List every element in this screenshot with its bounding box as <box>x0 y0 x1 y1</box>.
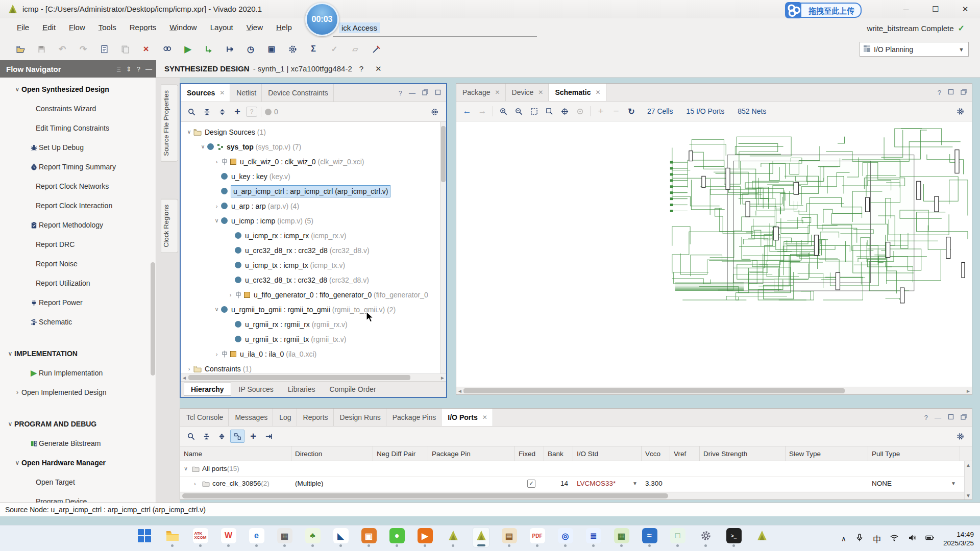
quick-access-label[interactable]: ick Access <box>339 22 380 33</box>
taskbar-edge-browser[interactable]: e <box>248 527 265 547</box>
column-header-package-pin[interactable]: Package Pin <box>428 446 515 461</box>
sources-horizontal-scrollbar[interactable]: ◄► <box>181 373 446 381</box>
taskbar-start-button[interactable] <box>136 527 153 547</box>
tree-row[interactable]: ›Constraints (1) <box>181 361 446 373</box>
flownav-item-program-and-debug[interactable]: ∨PROGRAM AND DEBUG <box>0 414 156 434</box>
taskbar-waves-app[interactable]: ≈ <box>641 527 658 547</box>
group-by-interface-icon[interactable] <box>230 430 244 443</box>
tray-chevron-up-icon[interactable]: ∧ <box>841 535 846 543</box>
elaborate-icon[interactable] <box>224 43 236 55</box>
tree-row[interactable]: u_rgmii_tx : rgmii_tx (rgmii_tx.v) <box>181 332 446 346</box>
sources-view-compile-order[interactable]: Compile Order <box>323 383 383 395</box>
settings-gear-icon[interactable] <box>428 106 441 118</box>
expand-all-icon[interactable] <box>215 430 228 442</box>
taskbar-clock[interactable]: 14:49 2025/3/25 <box>943 530 974 547</box>
close-button[interactable]: ✕ <box>950 0 980 18</box>
settings-icon[interactable] <box>286 43 299 55</box>
minimize-panel-icon[interactable]: ― <box>145 65 152 73</box>
panel-sq-icon[interactable] <box>948 414 954 421</box>
tab-source-file-properties[interactable]: Source File Properties <box>161 85 178 162</box>
taskbar-vivado-active[interactable] <box>473 527 489 547</box>
panel-help-icon[interactable]: ? <box>938 89 941 96</box>
settings-gear-icon[interactable] <box>953 430 967 442</box>
search-icon[interactable] <box>184 430 198 442</box>
panel-sq-icon[interactable] <box>435 89 441 97</box>
schematic-tab-device[interactable]: Device✕ <box>506 84 549 101</box>
flownav-item-report-clock-networks[interactable]: Report Clock Networks <box>0 177 156 196</box>
taskbar-green-viewer[interactable]: ▦ <box>613 527 630 547</box>
column-header-bank[interactable]: Bank <box>544 446 573 461</box>
bottom-tab-i-o-ports[interactable]: I/O Ports✕ <box>442 409 493 426</box>
menu-view[interactable]: View <box>240 18 270 32</box>
flownav-item-open-hardware-manager[interactable]: ∨Open Hardware Manager <box>0 453 156 472</box>
add-sources-icon[interactable]: + <box>231 106 244 118</box>
tab-clock-regions[interactable]: Clock Regions <box>161 199 178 253</box>
flownav-item-open-synthesized-design[interactable]: ∨Open Synthesized Design <box>0 80 156 99</box>
sources-view-ip-sources[interactable]: IP Sources <box>232 383 280 395</box>
tree-row[interactable]: u_crc32_d8_tx : crc32_d8 (crc32_d8.v) <box>181 272 446 287</box>
flownav-item-report-timing-summary[interactable]: Report Timing Summary <box>0 157 156 177</box>
ime-indicator[interactable]: 中 <box>873 533 881 545</box>
timing-icon[interactable]: ◷ <box>244 43 257 55</box>
zoom-in-icon[interactable] <box>497 105 510 117</box>
settings-gear-icon[interactable] <box>953 105 967 117</box>
collapse-all-icon[interactable] <box>200 106 213 118</box>
panel-help-icon[interactable]: ? <box>399 89 402 97</box>
menu-file[interactable]: File <box>10 18 36 32</box>
probes-icon[interactable] <box>370 43 382 55</box>
tree-row[interactable]: ›u_clk_wiz_0 : clk_wiz_0 (clk_wiz_0.xci) <box>181 154 446 169</box>
collapse-all-icon[interactable] <box>200 430 213 442</box>
menu-help[interactable]: Help <box>270 18 299 32</box>
regenerate-icon[interactable]: ↻ <box>625 105 638 117</box>
back-icon[interactable]: ← <box>460 105 474 117</box>
taskbar-vivado[interactable] <box>445 527 461 547</box>
banner-close-icon[interactable]: ✕ <box>375 64 382 73</box>
volume-icon[interactable] <box>908 533 917 544</box>
run-icon[interactable]: ▶ <box>182 43 194 55</box>
taskbar-diagram-tool[interactable]: ▣ <box>360 527 377 547</box>
tree-row[interactable]: u_crc32_d8_rx : crc32_d8 (crc32_d8.v) <box>181 243 446 258</box>
help-icon[interactable]: ? <box>246 107 257 117</box>
column-header-name[interactable]: Name <box>180 446 291 461</box>
tree-row[interactable]: u_icmp_tx : icmp_tx (icmp_tx.v) <box>181 258 446 272</box>
search-icon[interactable] <box>185 106 198 118</box>
column-header-drive-strength[interactable]: Drive Strength <box>700 446 786 461</box>
bottom-tab-messages[interactable]: Messages <box>229 409 273 426</box>
column-header-i-o-std[interactable]: I/O Std <box>573 446 642 461</box>
autofit-selection-icon[interactable] <box>558 105 571 117</box>
taskbar-atk-xcom[interactable]: ATKXCOM <box>192 527 209 547</box>
menu-layout[interactable]: Layout <box>204 18 240 32</box>
menu-tools[interactable]: Tools <box>92 18 123 32</box>
expand-cone-icon[interactable]: + <box>594 105 607 117</box>
sources-tab-device-constraints[interactable]: Device Constraints <box>262 84 334 102</box>
taskbar-blue-app[interactable]: ≣ <box>585 527 602 547</box>
flownav-item-run-implementation[interactable]: ▶Run Implementation <box>0 363 156 383</box>
highlight-icon[interactable] <box>573 105 586 117</box>
bottom-tab-reports[interactable]: Reports <box>297 409 334 426</box>
flow-navigator-scrollbar[interactable] <box>151 262 155 375</box>
io-ports-row-all-ports[interactable]: ∨All ports (15) <box>180 461 972 477</box>
flownav-item-constraints-wizard[interactable]: Constraints Wizard <box>0 99 156 118</box>
flownav-item-schematic[interactable]: Schematic <box>0 312 156 332</box>
report-icon[interactable] <box>98 43 110 55</box>
flownav-item-report-clock-interaction[interactable]: Report Clock Interaction <box>0 196 156 215</box>
taskbar-file-explorer[interactable] <box>164 527 181 547</box>
zoom-fit-icon[interactable] <box>527 105 541 117</box>
tree-row[interactable]: ∨sys_top (sys_top.v) (7) <box>181 139 446 154</box>
minimize-button[interactable]: ─ <box>891 0 921 18</box>
bottom-tab-package-pins[interactable]: Package Pins <box>386 409 442 426</box>
create-port-icon[interactable]: + <box>247 430 260 442</box>
taskbar-wechat[interactable]: ● <box>388 527 405 547</box>
validate-icon[interactable]: ✓ <box>328 43 340 55</box>
bottom-tab-design-runs[interactable]: Design Runs <box>334 409 386 426</box>
flownav-item-program-device[interactable]: Program Device <box>0 492 156 503</box>
tree-row[interactable]: ›u_ila_0 : ila_0 (ila_0.xci) <box>181 346 446 361</box>
open-project-icon[interactable] <box>14 43 27 55</box>
forward-icon[interactable]: → <box>476 105 489 117</box>
sources-vertical-scrollbar[interactable] <box>440 122 446 373</box>
bottom-tab-log[interactable]: Log <box>273 409 297 426</box>
flownav-item-implementation[interactable]: ∨IMPLEMENTATION <box>0 344 156 363</box>
taskbar-terminal[interactable]: >_ <box>725 527 742 547</box>
tree-row[interactable]: u_arp_icmp_ctrl : arp_icmp_ctrl (arp_icm… <box>181 184 446 198</box>
tree-row[interactable]: ∨Design Sources (1) <box>181 124 446 139</box>
